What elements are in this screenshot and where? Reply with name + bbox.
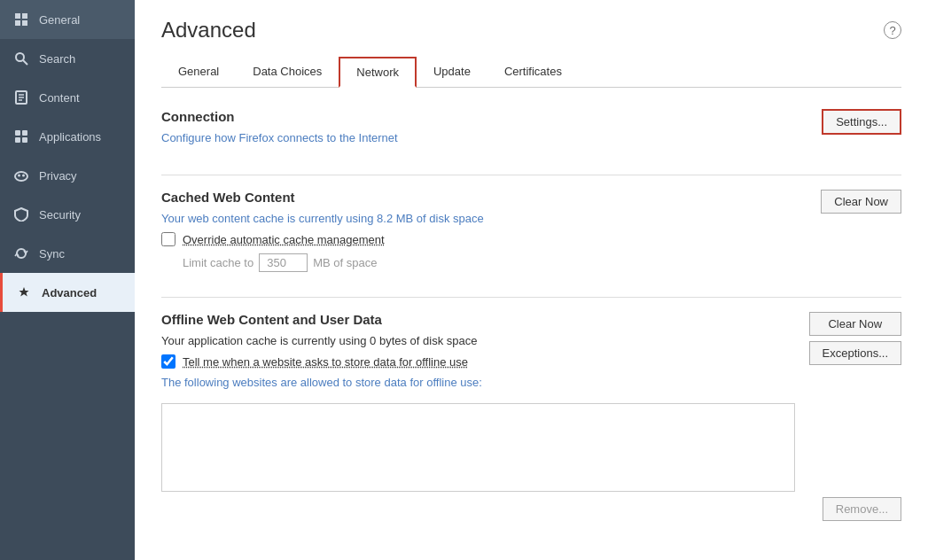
- connection-row: Connection Configure how Firefox connect…: [161, 109, 901, 150]
- document-icon: [12, 89, 30, 106]
- override-cache-label[interactable]: Override automatic cache management: [183, 233, 385, 246]
- sidebar-item-privacy[interactable]: Privacy: [0, 156, 135, 195]
- sidebar-item-security[interactable]: Security: [0, 195, 135, 234]
- svg-point-14: [15, 172, 27, 181]
- sidebar: General Search Content Applications Priv…: [0, 0, 135, 560]
- tab-network[interactable]: Network: [339, 57, 417, 88]
- svg-rect-10: [15, 130, 20, 136]
- sidebar-item-sync[interactable]: Sync: [0, 234, 135, 273]
- advanced-icon: [15, 284, 33, 301]
- cached-web-content-section: Cached Web Content Your web content cach…: [161, 190, 901, 272]
- page-header: Advanced ?: [161, 18, 901, 43]
- limit-cache-input[interactable]: [259, 253, 308, 272]
- grid-icon: [12, 11, 30, 28]
- mask-icon: [12, 167, 30, 184]
- connection-description: Configure how Firefox connects to the In…: [161, 131, 822, 144]
- following-websites-label: The following websites are allowed to st…: [161, 376, 795, 389]
- puzzle-icon: [12, 128, 30, 145]
- override-cache-row: Override automatic cache management: [161, 232, 821, 246]
- sidebar-item-label: Sync: [39, 247, 65, 261]
- sidebar-item-content[interactable]: Content: [0, 78, 135, 117]
- tell-me-checkbox[interactable]: [161, 354, 175, 369]
- tell-me-row: Tell me when a website asks to store dat…: [161, 354, 795, 369]
- divider-2: [161, 297, 901, 298]
- sidebar-item-label: Search: [39, 52, 75, 66]
- svg-rect-13: [22, 137, 27, 143]
- svg-point-16: [22, 175, 25, 177]
- search-icon: [12, 50, 30, 67]
- sidebar-item-label: Security: [39, 208, 81, 222]
- sidebar-item-search[interactable]: Search: [0, 39, 135, 78]
- tell-me-label[interactable]: Tell me when a website asks to store dat…: [183, 355, 468, 369]
- limit-label: Limit cache to: [183, 256, 253, 269]
- offline-websites-list[interactable]: [161, 403, 795, 492]
- svg-rect-3: [22, 20, 27, 26]
- help-icon[interactable]: ?: [884, 21, 901, 39]
- sidebar-item-label: Advanced: [42, 286, 97, 299]
- cached-left: Cached Web Content Your web content cach…: [161, 190, 821, 272]
- tab-data-choices[interactable]: Data Choices: [236, 57, 339, 88]
- clear-cache-button[interactable]: Clear Now: [821, 190, 901, 214]
- cached-title: Cached Web Content: [161, 190, 821, 205]
- svg-rect-12: [22, 130, 27, 136]
- offline-row: Offline Web Content and User Data Your a…: [161, 312, 901, 492]
- sidebar-item-advanced[interactable]: Advanced: [0, 273, 135, 312]
- offline-buttons: Clear Now Exceptions...: [809, 312, 901, 365]
- sidebar-item-label: Privacy: [39, 169, 77, 183]
- offline-title: Offline Web Content and User Data: [161, 312, 795, 327]
- sidebar-item-label: General: [39, 13, 80, 27]
- sidebar-item-applications[interactable]: Applications: [0, 117, 135, 156]
- connection-left: Connection Configure how Firefox connect…: [161, 109, 822, 150]
- tab-general[interactable]: General: [161, 57, 236, 88]
- sidebar-item-label: Applications: [39, 130, 101, 144]
- svg-rect-0: [15, 13, 20, 19]
- offline-left: Offline Web Content and User Data Your a…: [161, 312, 795, 492]
- connection-title: Connection: [161, 109, 822, 124]
- connection-settings-button[interactable]: Settings...: [822, 109, 901, 135]
- tab-certificates[interactable]: Certificates: [487, 57, 579, 88]
- shield-icon: [12, 206, 30, 223]
- main-content: Advanced ? General Data Choices Network …: [135, 0, 928, 560]
- tab-bar: General Data Choices Network Update Cert…: [161, 57, 901, 88]
- limit-unit: MB of space: [313, 256, 377, 269]
- svg-rect-11: [15, 137, 20, 143]
- svg-point-4: [16, 53, 24, 61]
- svg-rect-1: [22, 13, 27, 19]
- clear-offline-button[interactable]: Clear Now: [809, 312, 901, 336]
- connection-section: Connection Configure how Firefox connect…: [161, 109, 901, 150]
- cached-description: Your web content cache is currently usin…: [161, 212, 821, 225]
- tab-update[interactable]: Update: [417, 57, 487, 88]
- sync-icon: [12, 245, 30, 262]
- sidebar-item-label: Content: [39, 91, 80, 105]
- remove-button[interactable]: Remove...: [823, 497, 901, 521]
- override-cache-checkbox[interactable]: [161, 232, 175, 246]
- limit-row: Limit cache to MB of space: [183, 253, 821, 272]
- cached-row: Cached Web Content Your web content cach…: [161, 190, 901, 272]
- offline-description: Your application cache is currently usin…: [161, 334, 795, 347]
- exceptions-button[interactable]: Exceptions...: [809, 341, 901, 365]
- page-title: Advanced: [161, 18, 256, 43]
- divider-1: [161, 175, 901, 175]
- svg-point-15: [18, 175, 20, 177]
- svg-rect-2: [15, 20, 20, 26]
- offline-web-content-section: Offline Web Content and User Data Your a…: [161, 312, 901, 521]
- svg-line-5: [23, 60, 27, 65]
- sidebar-item-general[interactable]: General: [0, 0, 135, 39]
